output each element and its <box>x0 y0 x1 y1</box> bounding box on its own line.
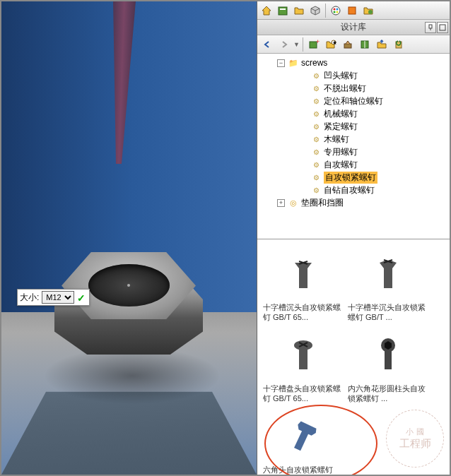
part-name-label: 十字槽半沉头自攻锁紧螺钉 GB/T ... <box>346 302 428 322</box>
3d-viewport[interactable]: 大小: M12 ✓ <box>1 1 257 475</box>
svg-rect-16 <box>344 44 351 48</box>
svg-rect-7 <box>348 7 356 14</box>
screw-preview-icon <box>359 328 416 381</box>
expand-icon[interactable]: + <box>277 199 285 207</box>
part-name-label: 十字槽盘头自攻锁紧螺钉 GB/T 65... <box>262 383 344 403</box>
panel-title-bar: 设计库 <box>257 20 450 35</box>
tree-node-item[interactable]: ⚙木螺钉 <box>257 133 450 145</box>
screw-icon: ⚙ <box>310 134 322 144</box>
collapse-icon[interactable]: − <box>277 59 285 67</box>
svg-rect-11 <box>440 25 445 30</box>
screw-icon: ⚙ <box>310 147 322 157</box>
tree-label: 不脱出螺钉 <box>324 83 366 95</box>
tree-node-item[interactable]: ⚙不脱出螺钉 <box>257 82 450 95</box>
svg-rect-32 <box>294 429 309 451</box>
svg-rect-1 <box>280 8 286 10</box>
screw-icon: ⚙ <box>310 96 322 106</box>
palette-icon[interactable] <box>328 3 344 18</box>
tree-node-item[interactable]: ⚙凹头螺钉 <box>257 69 450 82</box>
orange-box-icon[interactable] <box>344 3 360 18</box>
tree-label: 自攻螺钉 <box>324 159 358 171</box>
screw-icon: ⚙ <box>310 83 322 93</box>
tree-label: 木螺钉 <box>324 133 349 145</box>
part-name-label: 十字槽沉头自攻锁紧螺钉 GB/T 65... <box>262 302 344 322</box>
tree-node-item[interactable]: ⚙自钻自攻螺钉 <box>257 184 450 196</box>
tree-label: 凹头螺钉 <box>324 70 358 82</box>
svg-point-6 <box>336 11 339 13</box>
tree-label: 专用螺钉 <box>324 146 358 158</box>
washer-icon: ◎ <box>288 198 299 208</box>
part-thumbnail[interactable]: 十字槽盘头自攻锁紧螺钉 GB/T 65... <box>260 326 345 405</box>
svg-point-2 <box>332 6 340 15</box>
home-icon[interactable] <box>259 3 274 18</box>
screw-icon: ⚙ <box>310 109 322 119</box>
parts-thumbnail-grid[interactable]: 十字槽沉头自攻锁紧螺钉 GB/T 65...十字槽半沉头自攻锁紧螺钉 GB/T … <box>257 239 450 475</box>
design-library-icon[interactable] <box>275 3 291 18</box>
size-dropdown[interactable]: M12 <box>42 291 74 304</box>
screw-preview-icon <box>274 409 331 462</box>
tree-label: 紧定螺钉 <box>324 121 358 133</box>
cube-icon[interactable] <box>308 3 323 18</box>
svg-point-3 <box>334 8 336 10</box>
svg-rect-0 <box>279 7 287 15</box>
tree-label: 定位和轴位螺钉 <box>324 95 383 107</box>
screw-icon: ⚙ <box>310 121 322 131</box>
tree-label: 自钻自攻螺钉 <box>324 184 375 196</box>
tree-label: 机械螺钉 <box>324 108 358 120</box>
folder-icon: 📁 <box>288 58 299 68</box>
tree-node-screws[interactable]: − 📁 screws <box>257 56 450 69</box>
tree-label: screws <box>301 58 327 68</box>
tree-label: 自攻锁紧螺钉 <box>324 172 377 184</box>
part-thumbnail[interactable]: 十字槽沉头自攻锁紧螺钉 GB/T 65... <box>260 245 345 323</box>
part-thumbnail[interactable]: 十字槽半沉头自攻锁紧螺钉 GB/T ... <box>345 245 430 323</box>
open-asm-icon[interactable] <box>361 3 376 18</box>
svg-point-5 <box>334 11 336 13</box>
back-button[interactable] <box>259 37 275 52</box>
open-folder-icon[interactable] <box>291 3 307 18</box>
svg-point-4 <box>336 8 339 10</box>
svg-rect-9 <box>429 25 432 28</box>
part-name-label: 内六角花形圆柱头自攻锁紧螺钉 ... <box>346 383 428 403</box>
size-selector[interactable]: 大小: M12 ✓ <box>17 289 90 306</box>
tree-node-item[interactable]: ⚙定位和轴位螺钉 <box>257 95 450 107</box>
tree-node-washers[interactable]: + ◎ 垫圈和挡圈 <box>257 196 450 209</box>
confirm-icon[interactable]: ✓ <box>77 292 87 302</box>
svg-text:★: ★ <box>332 40 336 46</box>
up-folder-icon[interactable] <box>374 37 390 52</box>
weldment-icon[interactable] <box>340 37 356 52</box>
part-thumbnail[interactable]: 六角头自攻锁紧螺钉 GB/T 6563-... <box>260 407 345 475</box>
svg-text:+: + <box>316 39 320 45</box>
tree-node-item[interactable]: ⚙机械螺钉 <box>257 107 450 120</box>
screw-icon: ⚙ <box>310 185 322 195</box>
refresh-option-icon[interactable] <box>391 37 406 52</box>
folder-tree[interactable]: − 📁 screws ⚙凹头螺钉⚙不脱出螺钉⚙定位和轴位螺钉⚙机械螺钉⚙紧定螺钉… <box>257 54 450 239</box>
screw-icon: ⚙ <box>310 172 322 182</box>
part-thumbnail[interactable]: 内六角花形圆柱头自攻锁紧螺钉 ... <box>345 326 430 405</box>
forward-button[interactable] <box>276 37 292 52</box>
screw-preview-icon <box>274 246 331 299</box>
book-icon[interactable] <box>357 37 373 52</box>
panel-title: 设计库 <box>341 21 366 33</box>
size-label: 大小: <box>20 292 39 304</box>
add-lib-icon[interactable]: + <box>306 37 322 52</box>
tree-node-item[interactable]: ⚙自攻螺钉 <box>257 158 450 171</box>
svg-rect-30 <box>385 350 392 369</box>
tree-node-item[interactable]: ⚙紧定螺钉 <box>257 120 450 133</box>
screw-icon: ⚙ <box>310 160 322 169</box>
screw-preview-icon <box>359 246 416 299</box>
close-button[interactable] <box>437 22 448 33</box>
tree-node-item[interactable]: ⚙专用螺钉 <box>257 145 450 158</box>
svg-rect-25 <box>299 347 308 369</box>
library-toolbar: ▼ + ★ <box>257 35 450 54</box>
tree-label: 垫圈和挡圈 <box>301 197 344 209</box>
part-name-label: 六角头自攻锁紧螺钉 GB/T 6563-... <box>262 465 344 475</box>
screw-preview-icon <box>274 328 331 381</box>
screw-icon: ⚙ <box>310 71 322 81</box>
tree-node-item[interactable]: ⚙自攻锁紧螺钉 <box>257 171 450 184</box>
svg-point-8 <box>368 10 373 14</box>
design-library-panel: 设计库 ▼ + ★ − 📁 screws ⚙凹头螺钉⚙不脱出螺钉⚙定 <box>257 1 450 475</box>
main-toolbar <box>257 1 450 20</box>
new-folder-icon[interactable]: ★ <box>323 37 339 52</box>
pin-button[interactable] <box>425 22 436 33</box>
